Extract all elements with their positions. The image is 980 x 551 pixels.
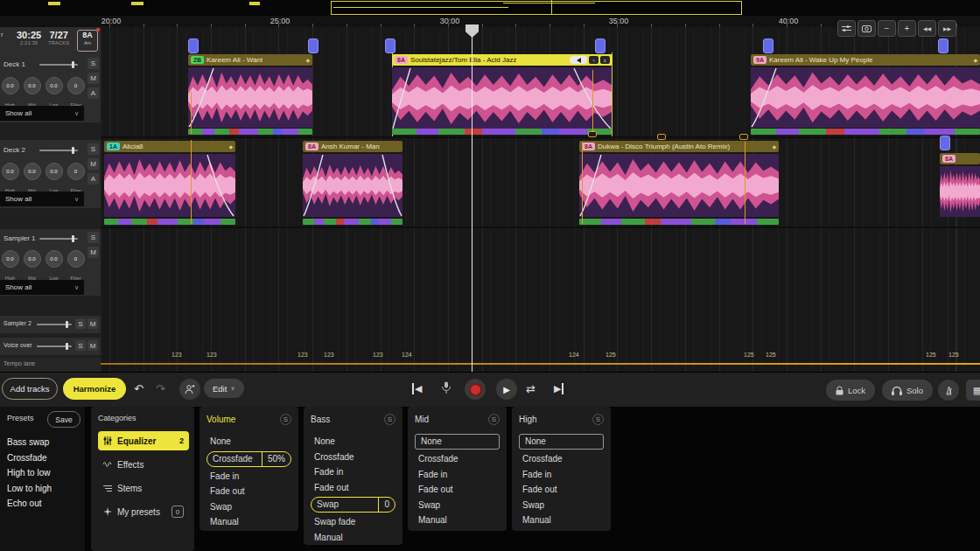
clip-stems-strip[interactable] [303,219,402,225]
category-my-presets[interactable]: My presets 0 [98,502,189,521]
clip-title-bar[interactable]: 1A Alicia8 ◆ [104,141,235,152]
clip-title-bar[interactable]: 2B Kareem Ali - Want ◆ [188,54,312,66]
show-all-dropdown[interactable]: Show all∨ [0,192,84,206]
harmonize-button[interactable]: Harmonize [63,378,126,400]
clip-waveform[interactable] [104,154,235,217]
clip-title-bar[interactable]: 8A [940,153,980,164]
clip-title-bar[interactable]: 8A Ansh Kumar - Man [303,141,402,152]
preset-item[interactable]: Low to high [7,481,78,497]
cue-marker[interactable] [938,38,948,53]
auto-button[interactable]: A [88,87,99,99]
column-solo-icon[interactable]: S [384,414,396,425]
auto-mix-button[interactable] [179,379,200,400]
transition-option[interactable]: Fade out [519,482,604,498]
clip-waveform[interactable] [751,67,980,128]
volume-slider[interactable] [37,345,72,347]
transition-option[interactable]: None [206,434,291,450]
lock-button[interactable]: Lock [826,380,875,401]
cue-marker[interactable] [308,38,318,53]
solo-button[interactable]: S [75,340,86,351]
transition-option-selected[interactable]: None [519,434,604,450]
undo-button[interactable]: ↶ [134,382,144,395]
transition-option-selected[interactable]: None [415,434,500,450]
fade-boundary[interactable] [191,140,192,224]
mute-button[interactable]: M [88,318,98,329]
fade-boundary[interactable] [191,92,192,134]
jump-forward-button[interactable]: ▶▶ [938,20,956,37]
clip-waveform[interactable] [303,154,402,217]
volume-slider[interactable] [37,324,72,325]
fade-boundary[interactable] [745,142,746,224]
volume-slider[interactable] [39,64,78,66]
volume-slider[interactable] [39,238,78,240]
category-stems[interactable]: Stems [98,478,189,498]
transition-option[interactable]: Fade in [311,464,396,480]
edit-dropdown[interactable]: Edit ∨ [204,379,244,398]
loop-button[interactable]: ⇄ [526,382,536,395]
transition-option[interactable]: Manual [519,513,604,528]
transition-option[interactable]: Crossfade [415,451,500,467]
clip-waveform[interactable] [392,67,612,129]
clip-stems-strip[interactable] [751,129,980,135]
volume-slider[interactable] [39,150,78,151]
mixer-sliders-button[interactable] [837,20,856,37]
play-button[interactable]: ▶ [496,379,517,400]
clip-waveform[interactable] [940,166,980,217]
skip-to-end-button[interactable]: ▶ [554,383,564,394]
category-effects[interactable]: Effects [98,455,189,474]
speaker-toggle[interactable] [570,56,587,64]
mixer-grid-button[interactable]: ▦ [966,380,980,401]
clip-stems-strip[interactable] [188,129,312,135]
transition-option-active[interactable]: Swap0 [311,497,396,513]
menu-mini-icon[interactable]: ≡ [600,56,610,64]
column-solo-icon[interactable]: S [280,414,291,425]
preset-item[interactable]: Echo out [7,496,78,512]
solo-button[interactable]: S [75,318,86,329]
transition-option[interactable]: None [311,434,396,450]
solo-button[interactable]: S [88,58,99,69]
transition-option[interactable]: Crossfade [311,450,396,465]
transition-option[interactable]: Fade out [415,482,500,498]
column-solo-icon[interactable]: S [488,414,500,425]
transition-option-active[interactable]: Crossfade50% [206,451,291,467]
transition-option[interactable]: Swap [206,499,291,515]
solo-button[interactable]: S [88,232,99,243]
transition-option[interactable]: Fade in [519,467,604,483]
skip-to-start-button[interactable]: ◀ [412,383,422,394]
clip-title-bar-selected[interactable]: 8A Soulstatejazz/Tom Ella - Acid Jazz ≈ … [392,54,612,66]
transition-option[interactable]: Fade in [206,469,291,485]
transition-option[interactable]: Fade out [206,484,291,499]
cue-marker[interactable] [940,136,950,150]
clip-stems-strip[interactable] [579,219,779,225]
auto-button[interactable]: A [88,173,99,185]
fade-boundary[interactable] [582,142,583,224]
transition-option[interactable]: Manual [311,530,396,546]
mute-button[interactable]: M [88,340,98,351]
eq-low-knob[interactable]: 0.0Low [45,250,63,283]
transition-option[interactable]: Manual [206,514,291,530]
mute-button[interactable]: M [88,73,99,84]
transition-option[interactable]: Fade out [311,480,396,496]
add-tracks-button[interactable]: Add tracks [2,378,58,400]
transition-option[interactable]: Swap [415,498,500,513]
jump-back-button[interactable]: ◀◀ [918,20,936,37]
tempo-automation-line[interactable] [101,363,980,365]
clip-stems-strip[interactable] [104,219,235,225]
eq-high-knob[interactable]: 0.0High [1,250,19,283]
clip-stems-strip[interactable] [392,129,612,135]
fade-handle[interactable] [657,134,666,140]
record-button[interactable] [465,379,486,400]
solo-button[interactable]: S [88,143,99,155]
show-all-dropdown[interactable]: Show all∨ [0,280,84,295]
preset-item[interactable]: Bass swap [7,435,78,450]
clip-waveform[interactable] [188,67,312,128]
clip-title-bar[interactable]: 9A Kareem Ali - Wake Up My People ◆ [751,54,980,66]
cue-marker[interactable] [188,38,199,53]
option-value[interactable]: 50% [262,452,290,466]
mix-overview-minimap[interactable] [0,0,980,17]
eq-mid-knob[interactable]: 0.0Mid [23,250,41,283]
transition-option[interactable]: Swap fade [311,514,396,530]
voiceover-record-button[interactable] [441,381,452,394]
transition-option[interactable]: Manual [415,513,500,528]
fade-handle[interactable] [739,134,748,140]
